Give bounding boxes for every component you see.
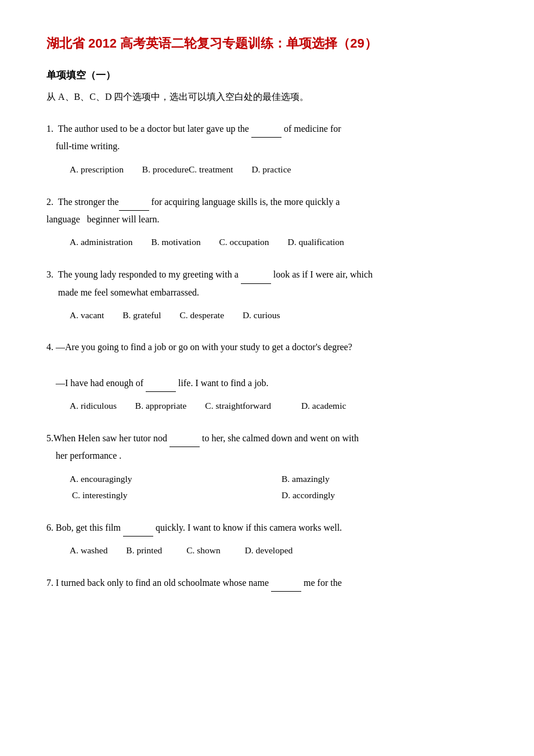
option-1c: D. practice [251,164,291,174]
question-6-text: 6. Bob, get this film quickly. I want to… [46,519,488,537]
question-2-options: A. administration B. motivation C. occup… [46,234,488,250]
option-3d: D. curious [243,310,280,320]
question-7: 7. I turned back only to find an old sch… [46,574,488,592]
question-1: 1. The author used to be a doctor but la… [46,120,488,178]
option-2d: D. qualification [287,237,344,247]
option-6b: B. printed [126,545,162,555]
option-4a: A. ridiculous [70,401,117,411]
question-6: 6. Bob, get this film quickly. I want to… [46,519,488,559]
question-5-text: 5.When Helen saw her tutor nod to her, s… [46,429,488,465]
question-1-options: A. prescription B. procedureC. treatment… [46,161,488,178]
question-2-text: 2. The stronger the for acquiring langua… [46,193,488,229]
option-5d: D. accordingly [282,487,488,503]
option-5a: A. encouragingly [70,471,276,487]
section-title: 单项填空（一） [46,69,488,82]
question-3: 3. The young lady responded to my greeti… [46,265,488,323]
question-7-text: 7. I turned back only to find an old sch… [46,574,488,592]
option-3c: C. desperate [179,310,224,320]
question-3-text: 3. The young lady responded to my greeti… [46,265,488,301]
question-3-options: A. vacant B. grateful C. desperate D. cu… [46,307,488,323]
option-1b: B. procedureC. treatment [142,164,233,174]
option-4d: D. academic [301,401,346,411]
question-5-options: A. encouragingly B. amazingly C. interes… [46,471,488,503]
option-2b: B. motivation [151,237,200,247]
option-2a: A. administration [70,237,133,247]
option-4b: B. appropriate [135,401,187,411]
question-4-options: A. ridiculous B. appropriate C. straight… [46,398,488,414]
question-2: 2. The stronger the for acquiring langua… [46,193,488,251]
question-4-text: 4. ―Are you going to find a job or go on… [46,339,488,392]
question-1-text: 1. The author used to be a doctor but la… [46,120,488,156]
option-1a: A. prescription [70,164,124,174]
question-5: 5.When Helen saw her tutor nod to her, s… [46,429,488,503]
option-4c: C. straightforward [205,401,271,411]
option-5b: B. amazingly [282,471,488,487]
instruction: 从 A、B、C、D 四个选项中，选出可以填入空白处的最佳选项。 [46,91,488,103]
page-title: 湖北省 2012 高考英语二轮复习专题训练：单项选择（29） [46,35,488,52]
option-6c: C. shown [186,545,221,555]
option-2c: C. occupation [219,237,269,247]
option-6a: A. washed [70,545,107,555]
option-3a: A. vacant [70,310,104,320]
option-6d: D. developed [245,545,293,555]
question-6-options: A. washed B. printed C. shown D. develop… [46,542,488,559]
option-3b: B. grateful [122,310,161,320]
question-4: 4. ―Are you going to find a job or go on… [46,339,488,414]
option-5c: C. interestingly [70,487,276,503]
